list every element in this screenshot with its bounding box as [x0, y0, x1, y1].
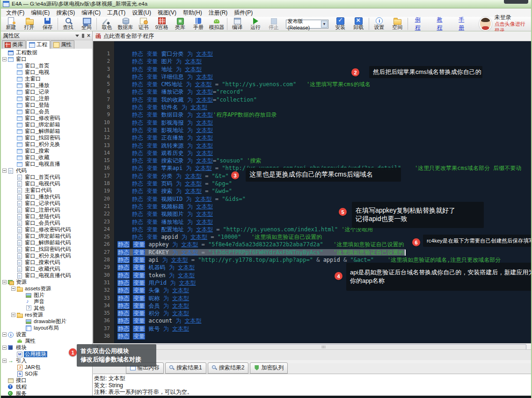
toolbar-lib-button[interactable]: 类库 [171, 17, 189, 30]
dock-close-icon[interactable]: × [87, 33, 90, 38]
tree-item[interactable]: 窗口_绑定邮箱代码 [1, 233, 92, 239]
code-line[interactable]: 静态 变量 跳转来源 为 文本型 [115, 142, 531, 149]
tree-expander-icon[interactable] [2, 169, 7, 173]
tree-item[interactable]: 窗口_记录 [1, 88, 92, 95]
tree-item[interactable]: 图片 [1, 292, 92, 298]
tree-expander-icon[interactable] [2, 346, 7, 350]
code-line[interactable]: 静态 变量 昵称 为 文本型 [115, 295, 531, 302]
toolbar-open-button[interactable]: 打开 [20, 17, 38, 30]
toolbar-space-button[interactable]: 空间 [388, 17, 407, 30]
code-lines[interactable]: 静态 变量 窗口分类 为 文本型静态 变量 图片 为 文本型静态 变量 地址 为… [115, 41, 531, 343]
code-line[interactable]: 静态 变量 影视地址 为 文本型 [115, 126, 531, 134]
code-line[interactable]: 静态 变量 搜索记录 为 文本型="sousuo" '搜索 [115, 157, 531, 164]
tree-item[interactable]: 窗口_收藏代码 [1, 265, 92, 272]
tree-item[interactable]: 窗口_电视直播 [1, 161, 92, 167]
menu-item[interactable]: 视图(V) [154, 9, 180, 17]
menu-item[interactable]: 帮助(H) [180, 9, 205, 17]
tree-item[interactable]: 窗口_注册 [1, 95, 92, 102]
tree-item[interactable]: 窗口_积分兑换代码 [1, 252, 92, 259]
menu-item[interactable]: 设置(U) [129, 9, 154, 17]
toolbar-run-button[interactable]: 运行 [246, 17, 264, 30]
code-line[interactable]: 静态 变量 观看历史 为 文本型 [115, 149, 531, 157]
code-line[interactable]: 静态 变量 搜索 为 文本型 = "&wd=" [115, 187, 531, 195]
tree-expander-icon[interactable] [2, 332, 7, 337]
login-box[interactable]: 未登录点击头像进行登录 [495, 14, 530, 34]
tree-item[interactable]: drawable图片 [1, 318, 92, 324]
toolbar-link-教程[interactable]: 教程 [437, 16, 446, 32]
tree-item[interactable]: 窗口_找回密码代码 [1, 246, 92, 252]
toolbar-cert-button[interactable]: 证书 [134, 17, 153, 30]
tree-item[interactable]: 工程数据 [1, 49, 92, 56]
tree-item[interactable]: 服务 [1, 390, 92, 396]
toolbar-uninstall-button[interactable]: 卸载 [350, 17, 368, 30]
tree-expander-icon[interactable] [11, 287, 15, 291]
dock-caret-icon[interactable] [75, 35, 79, 37]
tree-item[interactable]: 设置 [1, 331, 92, 338]
toolbar-db-button[interactable]: 数据库 [116, 17, 134, 30]
tree-item[interactable]: 窗口_积分兑换 [1, 141, 92, 147]
window-controls[interactable] [504, 0, 528, 4]
release-dropdown[interactable]: 发布版(Release)▼ [286, 20, 328, 29]
tree-item[interactable]: 窗口_解绑邮箱代码 [1, 239, 92, 246]
code-line[interactable]: 静态 变量 播放记录 为 文本型="record" [115, 88, 531, 96]
tab-搜索结果2[interactable]: 搜索结果2 [208, 362, 249, 374]
menu-item[interactable]: 编辑(E) [28, 9, 53, 17]
toolbar-manual-button[interactable]: 手册 [189, 17, 207, 30]
tree-item[interactable]: 窗口_收藏 [1, 154, 92, 161]
toolbar-emu-button[interactable]: 模拟器 [207, 17, 226, 30]
tree-item[interactable]: 窗口_电视 [1, 69, 92, 75]
toolbar-link-例程[interactable]: 例程 [415, 16, 425, 32]
menu-item[interactable]: 工具(T) [104, 9, 129, 17]
menu-item[interactable]: 注册(R) [205, 9, 231, 17]
tree-item[interactable]: 窗口_解绑邮箱 [1, 128, 92, 134]
menu-item[interactable]: 编译(C) [78, 9, 104, 17]
code-line[interactable]: 静态 变量 RC4KEY 为 文本型 = "if3dcPfPRPpf6FWHYd… [115, 249, 531, 256]
menu-item[interactable]: 文件(F) [3, 9, 28, 17]
tree-item[interactable]: 窗口_修改密码代码 [1, 226, 92, 233]
tree-item[interactable]: 其他 [1, 305, 92, 311]
tree-item[interactable]: 资源 [1, 279, 92, 285]
horizontal-scrollbar[interactable] [93, 343, 531, 350]
tree-item[interactable]: layout布局 [1, 324, 92, 331]
tree-item[interactable]: 窗口_修改密码 [1, 115, 92, 121]
tree-item[interactable]: 属性 [1, 338, 92, 344]
code-line[interactable]: 静态 变量 软件名 为 文本型 [115, 103, 531, 111]
tree-expander-icon[interactable] [11, 313, 15, 317]
code-line[interactable]: 静态 变量 数据目录 为 文本型'程序APP数据的存放目录 [115, 111, 531, 118]
code-line[interactable]: 静态 变量 影视海报 为 文本型 [115, 119, 531, 126]
tree-item[interactable]: 窗口_注册代码 [1, 206, 92, 213]
tree-expander-icon[interactable] [2, 359, 7, 363]
toolbar-grid9-button[interactable]: 9宫格 [153, 17, 171, 30]
code-editor[interactable]: 1234567891011121314151617181920212223242… [93, 41, 531, 343]
toolbar-picker-button[interactable]: 取色 [98, 17, 116, 30]
tree-item[interactable]: 窗口_绑定邮箱 [1, 121, 92, 128]
tree-item[interactable]: 窗口_搜索代码 [1, 259, 92, 265]
tree-item[interactable]: res资源 [1, 311, 92, 318]
subroutine-bar[interactable]: 函 点此查看全部子程序 [93, 31, 531, 41]
dock-pin-icon[interactable] [82, 34, 84, 38]
tree-item[interactable]: 窗口_搜索 [1, 147, 92, 154]
tree-item[interactable]: 窗口_电视直播代码 [1, 272, 92, 279]
tab-类库[interactable]: 类库 [2, 40, 26, 49]
menu-item[interactable]: 插件(P) [231, 9, 256, 17]
tree-item[interactable]: SO库 [1, 370, 92, 377]
tree-item[interactable]: 窗口_首页代码 [1, 174, 92, 180]
code-line[interactable]: 静态 变量 窗口分类 为 文本型 [115, 50, 531, 58]
tree-item[interactable]: 窗口_播放 [1, 82, 92, 88]
tree-item[interactable]: 主窗口代码 [1, 187, 92, 193]
tree-item[interactable]: 窗口_会员 [1, 108, 92, 115]
code-line[interactable]: 静态 变量 账号 为 文本型 [115, 325, 531, 332]
toolbar-link-手册[interactable]: 手册 [459, 16, 468, 32]
tree-item[interactable]: 窗口_会员代码 [1, 220, 92, 226]
toolbar-install-button[interactable]: 安装 [331, 17, 350, 30]
tree-item[interactable]: 窗口_首页 [1, 62, 92, 69]
code-line[interactable]: 静态 变量 CMS地址 为 文本型 = "http://ys.yuenos.co… [115, 81, 531, 88]
code-line[interactable]: 静态 变量 图片 为 文本型 [115, 58, 531, 65]
tab-搜索结果1[interactable]: 搜索结果1 [165, 362, 206, 374]
tree-item[interactable]: assets资源 [1, 285, 92, 292]
toolbar-compile-button[interactable]: 编译 [228, 17, 246, 30]
tree-item[interactable]: 线程 [1, 383, 92, 390]
tree-item[interactable]: 窗口 [1, 56, 92, 62]
code-line[interactable]: 静态 变量 [115, 332, 531, 340]
menu-item[interactable]: 搜索(S) [53, 9, 78, 17]
